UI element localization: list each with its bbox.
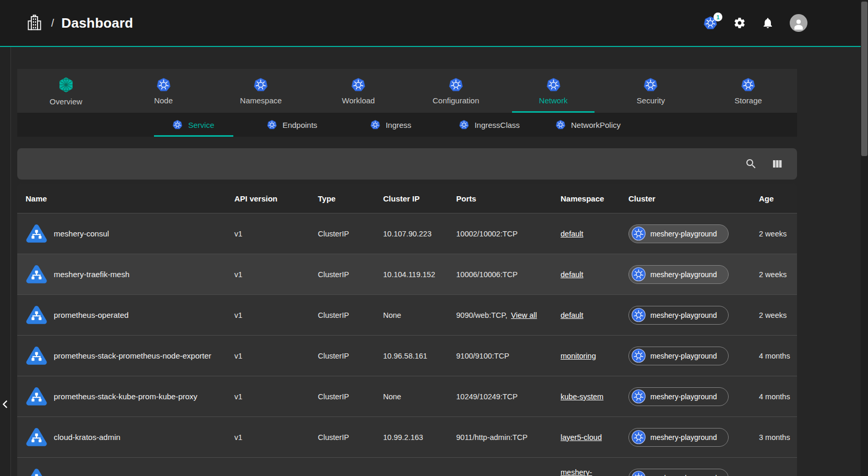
breadcrumb: / Dashboard: [0, 14, 133, 32]
view-columns-icon[interactable]: [771, 158, 783, 170]
tab-overview[interactable]: Overview: [17, 69, 115, 113]
namespace-cell: layer5-cloud: [561, 433, 628, 442]
subtab-networkpolicy[interactable]: NetworkPolicy: [539, 113, 637, 137]
cluster-ip-cell: 10.96.58.161: [383, 352, 456, 360]
service-name: prometheus-stack-prometheus-node-exporte…: [54, 351, 211, 360]
kubernetes-icon: [632, 267, 646, 281]
tab-network[interactable]: Network: [505, 69, 602, 113]
tab-namespace[interactable]: Namespace: [212, 69, 310, 113]
table-row[interactable]: meshery-consulv1ClusterIP10.107.90.22310…: [17, 213, 797, 254]
view-all-link[interactable]: View all: [511, 311, 537, 319]
cluster-chip[interactable]: meshery-playground: [628, 428, 729, 447]
table-row[interactable]: cloud-kratos-adminv1ClusterIP10.99.2.163…: [17, 416, 797, 457]
page-scrollbar: [861, 0, 868, 476]
cluster-chip[interactable]: meshery-playground: [628, 347, 729, 365]
kubernetes-icon: [351, 77, 366, 92]
cluster-chip[interactable]: meshery-playground: [628, 265, 729, 284]
api-version-cell: v1: [234, 433, 318, 442]
name-cell: meshery-traefik-mesh: [26, 264, 234, 285]
name-cell: prometheus-stack-kube-prom-kube-proxy: [26, 386, 234, 408]
kubernetes-icon: [741, 77, 756, 92]
table-row[interactable]: prometheus-stack-kube-prom-kube-proxyv1C…: [17, 376, 797, 416]
search-icon[interactable]: [745, 158, 757, 170]
age-cell: 2 weeks: [759, 270, 797, 279]
api-version-cell: v1: [234, 352, 318, 360]
cluster-chip-label: meshery-playground: [650, 474, 717, 476]
user-avatar[interactable]: [790, 14, 807, 32]
ports-cell: 9090/web:TCP,View all: [456, 311, 561, 319]
namespace-link[interactable]: default: [561, 311, 584, 319]
service-icon: [26, 304, 47, 326]
table-row[interactable]: prometheus-stack-prometheus-node-exporte…: [17, 335, 797, 376]
kubernetes-icon: [267, 120, 277, 130]
namespace-link[interactable]: default: [561, 270, 584, 279]
organization-building-icon[interactable]: [25, 14, 44, 32]
type-cell: ClusterIP: [318, 392, 383, 401]
type-cell: ClusterIP: [318, 433, 383, 442]
scrollbar-thumb[interactable]: [861, 2, 867, 156]
context-count-badge: 1: [714, 13, 722, 21]
tab-label: Overview: [50, 97, 82, 106]
kubernetes-icon: [632, 430, 646, 444]
cluster-chip[interactable]: meshery-playground: [628, 306, 729, 325]
subtab-endpoints[interactable]: Endpoints: [243, 113, 341, 137]
kubernetes-icon: [632, 471, 646, 476]
collapse-drawer-chevron-left-icon[interactable]: [0, 398, 11, 413]
table-header-row: NameAPI versionTypeCluster IPPortsNamesp…: [17, 184, 797, 213]
kubernetes-context-icon[interactable]: 1: [703, 16, 718, 30]
settings-gear-icon[interactable]: [733, 17, 746, 29]
tab-node[interactable]: Node: [115, 69, 212, 113]
ports-cell: 10006/10006:TCP: [456, 270, 561, 279]
subtab-service[interactable]: Service: [144, 113, 243, 137]
cluster-chip[interactable]: meshery-playground: [628, 224, 729, 243]
kubernetes-icon: [172, 120, 183, 130]
cluster-chip-label: meshery-playground: [650, 433, 717, 442]
table-row[interactable]: meshery-meshery-playground: [17, 457, 797, 476]
subtab-label: Service: [188, 121, 214, 129]
namespace-link[interactable]: default: [561, 230, 584, 238]
kubernetes-icon: [632, 308, 646, 322]
cluster-cell: meshery-playground: [628, 224, 759, 243]
table-row[interactable]: prometheus-operatedv1ClusterIPNone9090/w…: [17, 294, 797, 335]
cluster-cell: meshery-playground: [628, 265, 759, 284]
resource-tabbar: OverviewNodeNamespaceWorkloadConfigurati…: [17, 69, 797, 113]
cluster-chip[interactable]: meshery-playground: [628, 387, 729, 406]
column-header-cluster: Cluster: [628, 194, 759, 203]
header-actions: 1: [703, 14, 868, 32]
cluster-chip-label: meshery-playground: [650, 352, 717, 360]
ports-cell: 10002/10002:TCP: [456, 230, 561, 238]
table-row[interactable]: meshery-traefik-meshv1ClusterIP10.104.11…: [17, 254, 797, 294]
type-cell: ClusterIP: [318, 270, 383, 279]
name-cell: meshery-consul: [26, 223, 234, 245]
subtab-ingress[interactable]: Ingress: [341, 113, 440, 137]
tab-label: Security: [637, 96, 665, 105]
tab-label: Network: [539, 96, 568, 105]
kubernetes-icon: [448, 77, 463, 92]
namespace-link[interactable]: layer5-cloud: [561, 433, 602, 442]
namespace-link[interactable]: meshery-: [561, 468, 592, 476]
cluster-ip-cell: None: [383, 311, 456, 319]
name-cell: prometheus-operated: [26, 304, 234, 326]
tab-storage[interactable]: Storage: [699, 69, 797, 113]
subtab-ingressclass[interactable]: IngressClass: [440, 113, 539, 137]
tab-security[interactable]: Security: [602, 69, 700, 113]
header-accent-divider: [0, 46, 868, 47]
column-header-type: Type: [318, 194, 383, 203]
kubernetes-icon: [370, 120, 381, 130]
namespace-cell: kube-system: [561, 392, 628, 401]
notifications-bell-icon[interactable]: [762, 17, 774, 29]
namespace-link[interactable]: monitoring: [561, 352, 596, 360]
column-header-cluster-ip: Cluster IP: [383, 194, 456, 203]
subtab-label: Ingress: [386, 121, 411, 129]
namespace-link[interactable]: kube-system: [561, 392, 603, 401]
namespace-cell: default: [561, 270, 628, 279]
tab-workload[interactable]: Workload: [310, 69, 407, 113]
age-cell: 2 weeks: [759, 230, 797, 238]
tab-configuration[interactable]: Configuration: [407, 69, 505, 113]
cluster-chip[interactable]: meshery-playground: [628, 469, 729, 476]
kubernetes-icon: [632, 227, 646, 241]
namespace-cell: monitoring: [561, 352, 628, 360]
column-header-ports: Ports: [456, 194, 561, 203]
cluster-cell: meshery-playground: [628, 387, 759, 406]
active-subtab-indicator: [154, 135, 233, 137]
